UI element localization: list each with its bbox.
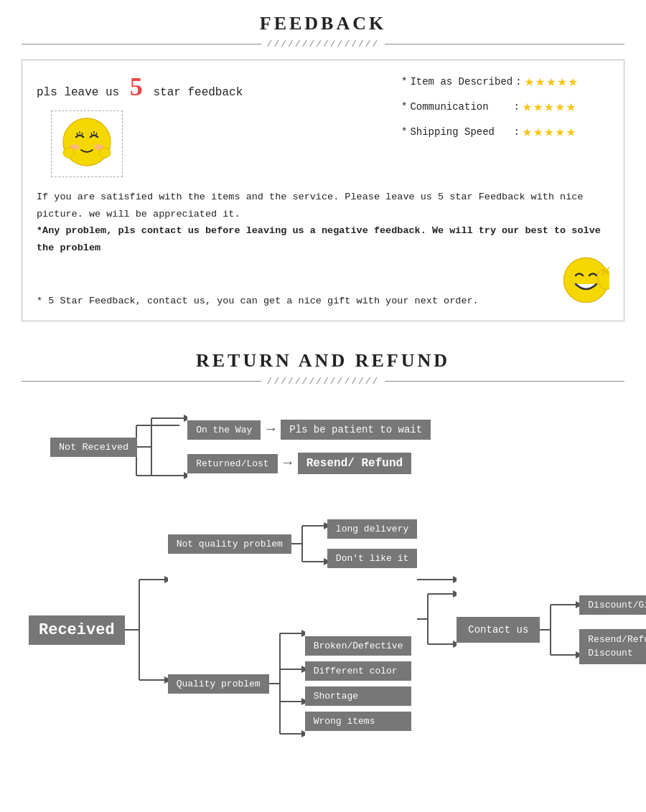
quality-box: Quality problem bbox=[168, 674, 269, 694]
stars-3: ★★★★★ bbox=[523, 122, 577, 141]
svg-line-8 bbox=[96, 133, 97, 135]
happy-emoji-icon bbox=[563, 257, 609, 303]
received-flow: Received Not quality problem bbox=[29, 511, 624, 748]
colon-3: : bbox=[513, 126, 519, 138]
intro-pre: pls leave us bbox=[37, 86, 119, 99]
not-received-box: Not Received bbox=[50, 438, 137, 457]
rating-row-3: * Shipping Speed : ★★★★★ bbox=[401, 122, 609, 141]
shortage-box: Shortage bbox=[305, 686, 412, 706]
feedback-left: pls leave us 5 star feedback bbox=[37, 72, 401, 177]
divider-slash: //////////////// bbox=[267, 39, 380, 49]
nr-arrow-1: → bbox=[266, 422, 275, 437]
stars-1: ★★★★★ bbox=[525, 72, 579, 91]
nr-branch-1: On the Way → Pls be patient to wait bbox=[187, 420, 431, 440]
to-outcomes-connector bbox=[540, 587, 579, 673]
not-received-label: Not Received bbox=[50, 438, 137, 457]
returned-lost-box: Returned/Lost bbox=[187, 454, 277, 473]
received-label: Received bbox=[29, 615, 125, 645]
be-patient-box: Pls be patient to wait bbox=[281, 420, 431, 440]
asterisk-2: * bbox=[401, 101, 407, 113]
wrong-items-box: Wrong items bbox=[305, 712, 412, 731]
quality-branch: Quality problem bbox=[168, 619, 418, 748]
not-received-flow: Not Received On the Way → Pls be pat bbox=[50, 404, 624, 490]
to-contact-connector bbox=[417, 551, 457, 709]
svg-line-5 bbox=[82, 133, 83, 135]
intro-post: star feedback bbox=[153, 86, 243, 99]
emoji-dashed-box bbox=[51, 110, 123, 177]
refund-divider: //////////////// bbox=[22, 376, 624, 387]
outcomes-col: Discount/Gifts Resend/Refund/ Discount bbox=[579, 595, 646, 664]
colon-1: : bbox=[515, 76, 521, 88]
asterisk-3: * bbox=[401, 126, 407, 138]
refund-title: RETURN AND REFUND bbox=[22, 350, 624, 372]
svg-point-9 bbox=[63, 148, 75, 158]
feedback-ratings: * Item as Described : ★★★★★ * Communicat… bbox=[401, 72, 609, 141]
rating-row-1: * Item as Described : ★★★★★ bbox=[401, 72, 609, 91]
feedback-box: pls leave us 5 star feedback bbox=[22, 60, 624, 321]
divider-line-left bbox=[22, 44, 261, 44]
contact-us-box: Contact us bbox=[457, 617, 540, 643]
feedback-bottom-row: * 5 Star Feedback, contact us, you can g… bbox=[37, 257, 609, 310]
rating-label-1: Item as Described bbox=[410, 76, 512, 88]
broken-box: Broken/Defective bbox=[305, 636, 412, 656]
contact-us-col: Contact us bbox=[457, 617, 540, 643]
nr-branch-2: Returned/Lost → Resend/ Refund bbox=[187, 453, 431, 474]
long-delivery-box: long delivery bbox=[327, 519, 417, 539]
sleeping-emoji-icon bbox=[62, 117, 112, 167]
not-quality-branch: Not quality problem long delivery Don't … bbox=[168, 511, 418, 576]
rating-row-2: * Communication : ★★★★★ bbox=[401, 97, 609, 116]
big-five: 5 bbox=[130, 72, 143, 101]
feedback-para1: If you are satisfied with the items and … bbox=[37, 189, 609, 222]
dont-like-box: Don't like it bbox=[327, 549, 417, 568]
svg-marker-54 bbox=[453, 576, 457, 583]
nr-branches: On the Way → Pls be patient to wait Retu… bbox=[187, 420, 431, 474]
resend-refund-discount-box: Resend/Refund/ Discount bbox=[579, 629, 646, 664]
svg-line-6 bbox=[91, 133, 92, 135]
diff-color-box: Different color bbox=[305, 661, 412, 681]
svg-marker-55 bbox=[453, 590, 457, 598]
para2-text: *Any problem, pls contact us before leav… bbox=[37, 225, 601, 253]
refund-section: RETURN AND REFUND //////////////// Not R… bbox=[0, 343, 646, 777]
rating-label-3: Shipping Speed bbox=[410, 126, 510, 138]
feedback-body: If you are satisfied with the items and … bbox=[37, 189, 609, 309]
nq-items: long delivery Don't like it bbox=[327, 519, 417, 568]
refund-divider-slash: //////////////// bbox=[267, 376, 380, 387]
on-the-way-box: On the Way bbox=[187, 420, 261, 440]
recv-branch-connector bbox=[125, 551, 168, 709]
nr-row: Not Received On the Way → Pls be pat bbox=[50, 404, 624, 490]
svg-point-0 bbox=[63, 118, 111, 166]
feedback-divider: //////////////// bbox=[22, 39, 624, 49]
discount-gifts-box: Discount/Gifts bbox=[579, 595, 646, 615]
q-sub-connector bbox=[269, 619, 305, 748]
asterisk-1: * bbox=[401, 76, 407, 88]
q-items: Broken/Defective Different color Shortag… bbox=[305, 636, 412, 731]
feedback-intro: pls leave us 5 star feedback bbox=[37, 72, 401, 102]
colon-2: : bbox=[513, 101, 519, 113]
refund-divider-right bbox=[385, 381, 624, 382]
nr-branch-connector bbox=[137, 404, 187, 490]
stars-2: ★★★★★ bbox=[523, 97, 577, 116]
feedback-para3: * 5 Star Feedback, contact us, you can g… bbox=[37, 293, 479, 310]
feedback-section: FEEDBACK //////////////// pls leave us 5… bbox=[0, 0, 646, 343]
rating-label-2: Communication bbox=[410, 101, 510, 113]
divider-line-right bbox=[385, 44, 624, 44]
happy-emoji-container bbox=[563, 257, 609, 310]
feedback-para2: *Any problem, pls contact us before leav… bbox=[37, 222, 609, 256]
recv-quality-cols: Not quality problem long delivery Don't … bbox=[168, 511, 418, 748]
not-quality-box: Not quality problem bbox=[168, 534, 291, 554]
svg-point-10 bbox=[99, 148, 111, 158]
refund-divider-left bbox=[22, 381, 261, 382]
received-row: Received Not quality problem bbox=[29, 511, 624, 748]
nr-arrow-2: → bbox=[284, 456, 292, 471]
resend-refund-box: Resend/ Refund bbox=[298, 453, 411, 474]
svg-line-3 bbox=[77, 133, 78, 135]
nq-sub-connector bbox=[291, 511, 327, 576]
svg-marker-48 bbox=[301, 730, 305, 737]
feedback-title: FEEDBACK bbox=[22, 13, 624, 34]
